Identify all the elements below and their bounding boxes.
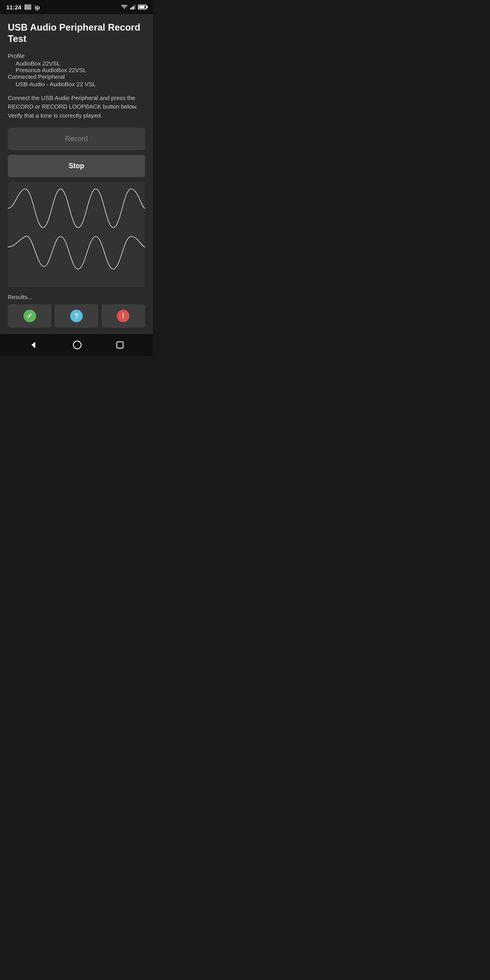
svg-rect-4 xyxy=(133,6,134,9)
svg-rect-9 xyxy=(117,342,123,348)
main-content: USB Audio Peripheral Record Test Profile… xyxy=(0,14,153,334)
back-button[interactable] xyxy=(26,337,42,353)
profile-label: Profile xyxy=(8,53,145,59)
svg-rect-6 xyxy=(8,182,145,287)
status-left: 11:24 ip xyxy=(6,4,40,11)
image-icon xyxy=(24,4,31,10)
result-error-button[interactable]: ! xyxy=(102,304,145,328)
svg-marker-7 xyxy=(31,342,35,348)
results-label: Results... xyxy=(8,294,145,300)
result-success-button[interactable]: ✓ xyxy=(8,304,51,328)
profile-section: Profile AudioBox 22VSL Presonus AudioBox… xyxy=(8,53,145,87)
home-button[interactable] xyxy=(69,337,85,353)
instruction-text: Connect the USB Audio Peripheral and pre… xyxy=(8,94,145,120)
result-help-button[interactable]: ? xyxy=(54,304,98,328)
signal-icon xyxy=(130,4,136,10)
waveform-display xyxy=(8,182,145,287)
stop-button[interactable]: Stop xyxy=(8,155,145,177)
svg-point-8 xyxy=(73,341,81,349)
profile-line2: Presonus AudioBox 22VSL xyxy=(8,67,145,73)
status-bar: 11:24 ip xyxy=(0,0,153,14)
time-display: 11:24 xyxy=(6,4,21,11)
connected-value: USB-Audio - AudioBox 22 VSL xyxy=(8,81,145,87)
connected-label: Connected Peripheral xyxy=(8,73,145,80)
svg-rect-3 xyxy=(132,7,133,9)
success-icon: ✓ xyxy=(24,310,36,322)
recents-button[interactable] xyxy=(113,338,127,352)
battery-icon xyxy=(138,5,147,9)
home-icon xyxy=(73,340,82,350)
nav-bar xyxy=(0,334,153,356)
svg-rect-2 xyxy=(130,8,131,10)
recents-icon xyxy=(116,341,124,349)
record-button[interactable]: Record xyxy=(8,128,145,150)
svg-point-1 xyxy=(26,6,27,7)
page-title: USB Audio Peripheral Record Test xyxy=(8,22,145,45)
status-right xyxy=(121,4,147,10)
error-icon: ! xyxy=(117,310,129,322)
ip-label: ip xyxy=(34,4,40,11)
help-icon: ? xyxy=(70,310,83,322)
back-icon xyxy=(29,340,38,350)
profile-line1: AudioBox 22VSL xyxy=(8,60,145,67)
svg-rect-5 xyxy=(134,5,136,9)
results-buttons-container: ✓ ? ! xyxy=(8,304,145,328)
wifi-icon xyxy=(121,4,128,10)
